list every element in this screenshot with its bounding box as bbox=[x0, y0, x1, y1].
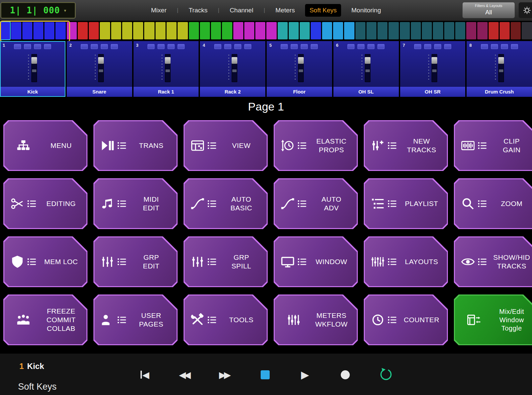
softkey-playlist[interactable]: PLAYLIST bbox=[364, 178, 448, 229]
transport-stop-button[interactable] bbox=[258, 370, 272, 379]
transport-loop-button[interactable] bbox=[378, 367, 394, 382]
track-color-block[interactable] bbox=[333, 22, 343, 39]
track-color-block[interactable] bbox=[222, 22, 232, 39]
fader-track[interactable] bbox=[432, 54, 437, 82]
track-color-block[interactable] bbox=[156, 22, 166, 39]
transport-record-button[interactable] bbox=[338, 370, 352, 379]
softkey-show-hid-tracks[interactable]: SHOW/HID TRACKS bbox=[454, 236, 532, 287]
track-color-block[interactable] bbox=[278, 22, 288, 39]
track-color-block[interactable] bbox=[144, 22, 154, 39]
track-color-block[interactable] bbox=[411, 22, 421, 39]
track-color-block[interactable] bbox=[89, 22, 99, 39]
track-color-block[interactable] bbox=[255, 22, 265, 39]
channel-fader[interactable] bbox=[0, 50, 65, 86]
tab-monitoring[interactable]: Monitoring bbox=[347, 4, 385, 17]
track-color-block[interactable] bbox=[511, 22, 521, 39]
channel-strip-oh-sl[interactable]: 6OH SL bbox=[333, 41, 399, 97]
transport-fast-forward-button[interactable]: ▶▶ bbox=[218, 370, 232, 379]
fader-track[interactable] bbox=[365, 54, 370, 82]
fader-cap[interactable] bbox=[31, 57, 37, 64]
fader-track[interactable] bbox=[298, 54, 304, 82]
track-color-block[interactable] bbox=[200, 22, 210, 39]
softkey-meters-wkflow[interactable]: METERS WKFLOW bbox=[274, 294, 358, 345]
track-color-block[interactable] bbox=[44, 22, 54, 39]
fader-cap[interactable] bbox=[165, 57, 171, 64]
track-color-block[interactable] bbox=[522, 22, 532, 39]
softkey-mem-loc[interactable]: MEM LOC bbox=[3, 236, 87, 287]
softkey-trans[interactable]: TRANS bbox=[93, 120, 178, 171]
fader-track[interactable] bbox=[98, 54, 104, 82]
track-color-block[interactable] bbox=[444, 22, 454, 39]
track-color-block[interactable] bbox=[11, 22, 21, 39]
softkey-editing[interactable]: EDITING bbox=[3, 178, 87, 229]
filters-layouts-button[interactable]: Filters & Layouts All bbox=[463, 2, 515, 18]
softkey-grp-spill[interactable]: GRP SPILL bbox=[184, 236, 268, 287]
track-color-block[interactable] bbox=[477, 22, 487, 39]
track-color-block[interactable] bbox=[377, 22, 387, 39]
fader-track[interactable] bbox=[165, 54, 171, 82]
softkey-auto-adv[interactable]: AUTO ADV bbox=[274, 178, 358, 229]
channel-strip-rack-2[interactable]: 4Rack 2 bbox=[200, 41, 265, 97]
softkey-new-tracks[interactable]: NEW TRACKS bbox=[364, 120, 448, 171]
track-color-block[interactable] bbox=[100, 22, 110, 39]
track-color-block[interactable] bbox=[22, 22, 32, 39]
softkey-zoom[interactable]: ZOOM bbox=[454, 178, 532, 229]
track-color-block[interactable] bbox=[322, 22, 332, 39]
tab-tracks[interactable]: Tracks bbox=[184, 4, 212, 17]
channel-fader[interactable] bbox=[134, 50, 199, 86]
track-color-block[interactable] bbox=[455, 22, 465, 39]
transport-rewind-button[interactable]: ◀◀ bbox=[178, 370, 192, 379]
settings-icon[interactable] bbox=[519, 2, 532, 18]
channel-fader[interactable] bbox=[333, 50, 399, 86]
tab-mixer[interactable]: Mixer bbox=[147, 4, 171, 17]
softkey-view[interactable]: VIEW bbox=[184, 120, 268, 171]
channel-strip-drum-crush[interactable]: 8Drum Crush bbox=[467, 41, 532, 97]
channel-strip-floor[interactable]: 5Floor bbox=[267, 41, 332, 97]
softkey-clip-gain[interactable]: CLIP GAIN bbox=[454, 120, 532, 171]
track-color-block[interactable] bbox=[55, 22, 65, 39]
track-color-block[interactable] bbox=[244, 22, 254, 39]
track-color-block[interactable] bbox=[433, 22, 443, 39]
track-color-block[interactable] bbox=[466, 22, 476, 39]
track-color-block[interactable] bbox=[266, 22, 276, 39]
transport-skip-start-button[interactable]: ◀ bbox=[138, 370, 152, 379]
channel-strip-oh-sr[interactable]: 7OH SR bbox=[400, 41, 466, 97]
track-color-block[interactable] bbox=[189, 22, 199, 39]
softkey-grp-edit[interactable]: GRP EDIT bbox=[93, 236, 178, 287]
track-color-block[interactable] bbox=[300, 22, 310, 39]
fader-track[interactable] bbox=[232, 54, 237, 82]
fader-track[interactable] bbox=[31, 54, 37, 82]
transport-play-button[interactable]: ▶ bbox=[298, 370, 312, 380]
channel-fader[interactable] bbox=[467, 50, 532, 86]
softkey-auto-basic[interactable]: AUTO BASIC bbox=[184, 178, 268, 229]
channel-fader[interactable] bbox=[267, 50, 332, 86]
track-color-block[interactable] bbox=[67, 22, 77, 39]
tab-meters[interactable]: Meters bbox=[271, 4, 299, 17]
channel-strip-snare[interactable]: 2Snare bbox=[67, 41, 132, 97]
softkey-elastic-props[interactable]: ELASTIC PROPS bbox=[274, 120, 358, 171]
track-color-block[interactable] bbox=[133, 22, 143, 39]
fader-cap[interactable] bbox=[232, 57, 237, 64]
track-color-block[interactable] bbox=[233, 22, 243, 39]
track-color-block[interactable] bbox=[211, 22, 221, 39]
softkey-tools[interactable]: TOOLS bbox=[184, 294, 268, 345]
channel-fader[interactable] bbox=[200, 50, 265, 86]
track-color-block[interactable] bbox=[489, 22, 499, 39]
track-color-block[interactable] bbox=[366, 22, 376, 39]
track-color-block[interactable] bbox=[388, 22, 398, 39]
track-color-block[interactable] bbox=[167, 22, 177, 39]
channel-fader[interactable] bbox=[400, 50, 466, 86]
channel-fader[interactable] bbox=[67, 50, 132, 86]
softkey-midi-edit[interactable]: MIDI EDIT bbox=[93, 178, 178, 229]
track-color-block[interactable] bbox=[78, 22, 88, 39]
softkey-user-pages[interactable]: USER PAGES bbox=[93, 294, 178, 345]
softkey-menu[interactable]: MENU bbox=[3, 120, 87, 171]
track-color-block[interactable] bbox=[0, 22, 10, 39]
track-color-block[interactable] bbox=[344, 22, 354, 39]
fader-cap[interactable] bbox=[365, 57, 370, 64]
track-color-block[interactable] bbox=[400, 22, 410, 39]
tab-channel[interactable]: Channel bbox=[225, 4, 258, 17]
track-color-block[interactable] bbox=[289, 22, 299, 39]
track-color-block[interactable] bbox=[422, 22, 432, 39]
softkey-mix-edit-window-toggle[interactable]: Mix/Edit Window Toggle bbox=[454, 294, 532, 345]
